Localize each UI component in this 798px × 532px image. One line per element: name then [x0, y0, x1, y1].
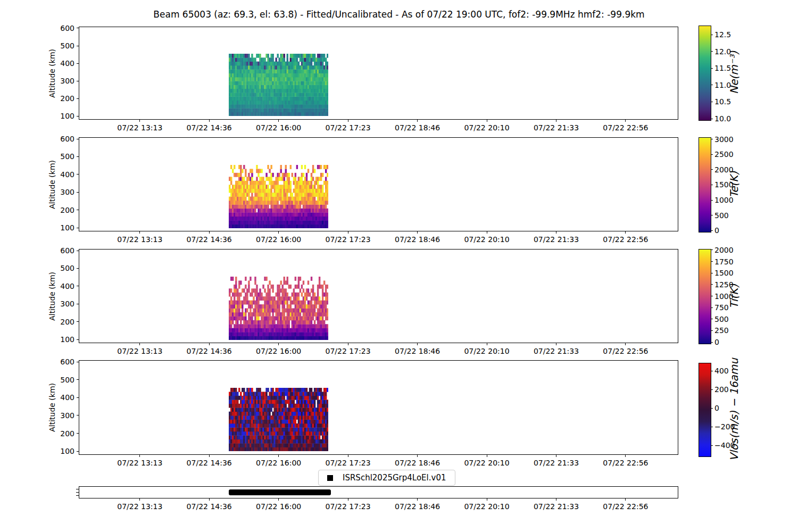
y-axis-label-ne: Altitude (km)	[47, 27, 57, 120]
x-tick	[139, 498, 140, 501]
x-tick	[417, 498, 418, 501]
x-tick	[556, 498, 556, 501]
y-tick	[77, 339, 79, 340]
x-tick-label: 07/22 20:10	[464, 502, 509, 511]
x-tick-label: 07/22 16:00	[256, 459, 301, 467]
colorbar-tick-label: 750	[714, 303, 729, 312]
x-tick	[417, 120, 418, 122]
x-tick	[487, 231, 487, 234]
colorbar-tick-label: 3000	[714, 135, 734, 144]
y-tick	[77, 116, 79, 117]
x-tick-label: 07/22 21:33	[534, 502, 579, 511]
colorbar-tick	[711, 154, 713, 155]
y-tick	[77, 156, 79, 157]
colorbar-tick	[711, 389, 713, 390]
y-tick	[77, 228, 79, 228]
y-tick	[77, 139, 79, 139]
x-tick	[556, 455, 556, 457]
x-tick-label: 07/22 17:23	[326, 459, 371, 467]
colorbar-tick	[711, 102, 713, 102]
y-tick	[77, 362, 79, 362]
colorbar-tick-label: 1000	[714, 196, 734, 204]
y-tick-label: 500	[53, 152, 74, 161]
x-tick	[417, 455, 418, 457]
x-tick-label: 07/22 13:13	[117, 347, 162, 355]
x-tick-label: 07/22 17:23	[326, 123, 371, 132]
x-tick-label: 07/22 13:13	[117, 235, 162, 244]
colorbar-tick-label: 1500	[714, 180, 734, 189]
y-tick	[77, 63, 79, 64]
x-tick	[278, 231, 279, 234]
colorbar-tick-label: 2500	[714, 150, 734, 159]
colorbar-ti	[699, 249, 711, 344]
y-tick-label: 600	[53, 358, 74, 366]
x-tick	[348, 231, 348, 234]
colorbar-tick	[711, 230, 713, 231]
y-tick	[77, 28, 79, 28]
timeline-y-tick	[76, 495, 79, 496]
x-tick	[139, 455, 140, 457]
y-tick	[77, 98, 79, 99]
colorbar-tick	[711, 284, 713, 285]
heatmap-te	[229, 165, 328, 228]
figure: Beam 65003 (az: 69.3, el: 63.8) - Fitted…	[0, 0, 798, 532]
colorbar-tick	[711, 250, 713, 250]
x-tick-label: 07/22 20:10	[464, 347, 509, 355]
y-tick-label: 500	[53, 41, 74, 50]
x-tick	[625, 120, 626, 122]
x-tick	[556, 343, 556, 345]
x-tick-label: 07/22 14:36	[187, 123, 232, 132]
colorbar-tick	[711, 169, 713, 170]
x-tick	[625, 498, 626, 501]
x-tick	[278, 498, 279, 501]
y-tick	[77, 433, 79, 434]
colorbar-tick-label: 10.5	[714, 97, 731, 106]
x-tick	[625, 455, 626, 457]
timeline-y-tick	[76, 492, 79, 493]
y-tick	[77, 81, 79, 81]
x-tick-label: 07/22 18:46	[395, 123, 440, 132]
y-tick	[77, 304, 79, 304]
x-tick	[556, 231, 556, 234]
x-tick	[348, 455, 348, 457]
colorbar-tick	[711, 51, 713, 52]
colorbar-tick-label: 0	[714, 338, 719, 346]
colorbar-tick-label: 500	[714, 315, 729, 323]
colorbar-tick-label: 500	[714, 211, 729, 220]
y-tick-label: 200	[53, 94, 74, 103]
x-tick-label: 07/22 21:33	[534, 459, 579, 467]
y-tick-label: 100	[53, 447, 74, 455]
x-tick-label: 07/22 14:36	[187, 235, 232, 244]
x-tick	[417, 231, 418, 234]
timeline-panel	[79, 486, 678, 498]
y-tick	[77, 321, 79, 322]
y-tick	[77, 286, 79, 286]
y-tick	[77, 451, 79, 452]
x-tick	[209, 343, 210, 345]
y-tick-label: 200	[53, 318, 74, 326]
x-tick-label: 07/22 16:00	[256, 347, 301, 355]
x-tick	[348, 120, 348, 122]
x-tick-label: 07/22 17:23	[326, 235, 371, 244]
colorbar-tick-label: 250	[714, 326, 729, 335]
x-tick-label: 07/22 14:36	[187, 347, 232, 355]
colorbar-tick-label: 12.5	[714, 30, 731, 39]
colorbar-tick-label: 1000	[714, 292, 734, 301]
x-tick-label: 07/22 13:13	[117, 123, 162, 132]
y-tick-label: 300	[53, 300, 74, 308]
x-tick-label: 07/22 14:36	[187, 502, 232, 511]
y-tick-label: 100	[53, 112, 74, 120]
colorbar-tick	[711, 371, 713, 371]
colorbar-tick	[711, 68, 713, 69]
y-tick	[77, 46, 79, 46]
x-tick-label: 07/22 18:46	[395, 502, 440, 511]
colorbar-tick-label: 2000	[714, 165, 734, 174]
y-tick-label: 400	[53, 170, 74, 179]
x-tick-label: 07/22 16:00	[256, 235, 301, 244]
x-tick-label: 07/22 21:33	[534, 235, 579, 244]
colorbar-tick-label: 2000	[714, 246, 734, 254]
colorbar-tick	[711, 445, 713, 446]
y-tick-label: 100	[53, 335, 74, 344]
colorbar-tick	[711, 330, 713, 331]
x-tick	[487, 343, 487, 345]
